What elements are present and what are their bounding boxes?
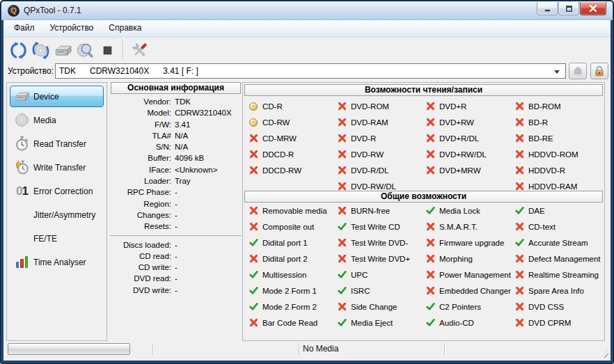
toolbar-scan-media-button[interactable]	[74, 40, 95, 61]
capability-label: Mode 2 Form 1	[262, 287, 317, 295]
capability-item: DVD-RAM	[337, 114, 425, 130]
rescan-media-icon	[31, 41, 50, 60]
capability-item: Test Write DVD-	[337, 235, 425, 251]
check-icon	[249, 270, 258, 280]
check-icon	[425, 302, 435, 312]
capability-item: Test Write DVD+	[337, 251, 425, 267]
info-row-label: Buffer:	[110, 152, 175, 164]
cross-icon	[425, 102, 435, 111]
toolbar-refresh-button[interactable]	[8, 40, 29, 61]
capability-label: Test Write DVD+	[351, 255, 410, 263]
app-icon-letter: Q	[10, 7, 17, 15]
cross-icon	[337, 166, 347, 175]
capability-label: Didital port 2	[262, 255, 308, 263]
capabilities-panel: Возможности чтения/записи CD-RCD-RWCD-MR…	[242, 82, 605, 341]
capability-item: DDCD-R	[249, 146, 337, 162]
capability-label: Embedded Changer	[439, 287, 511, 295]
sidebar-item-fe-te[interactable]: FE/TE	[10, 228, 104, 249]
capability-column: BURN-freeTest Write CDTest Write DVD-Tes…	[337, 203, 425, 331]
info-row-label: DVD read:	[110, 273, 175, 284]
capability-item: DVD+RW/DL	[425, 146, 514, 162]
capability-label: BD-ROM	[528, 102, 561, 111]
capability-label: Multisession	[262, 271, 306, 279]
capability-label: Spare Area Info	[528, 287, 584, 295]
info-row-value: CDRW321040X	[175, 107, 232, 118]
menu-item-help[interactable]: Справка	[101, 20, 149, 37]
capability-label: Morphing	[439, 255, 473, 263]
search-media-icon	[76, 41, 95, 60]
app-icon: Q	[8, 5, 19, 17]
sidebar-item-time-analyser[interactable]: Time Analyser	[10, 251, 104, 273]
capability-column: Removable mediaComposite outDidital port…	[249, 203, 337, 331]
capability-label: DVD+RW	[439, 118, 474, 127]
resize-grip[interactable]	[600, 349, 608, 358]
sidebar-item-device[interactable]: Device	[10, 86, 104, 107]
cross-icon	[425, 166, 435, 175]
info-row-label: Resets:	[110, 221, 175, 232]
sidebar-item-read-transfer[interactable]: Read Transfer	[10, 133, 104, 155]
info-row-label: Vendor:	[110, 96, 175, 107]
info-row-label: TLA#	[110, 130, 175, 141]
sidebar-item-label: Media	[33, 116, 56, 125]
title-bar[interactable]: Q QPxTool - 0.7.1	[1, 1, 613, 20]
window-controls	[537, 2, 606, 15]
refresh-icon	[9, 41, 28, 60]
toolbar-preferences-button[interactable]	[129, 40, 150, 61]
capability-label: DVD-RAM	[351, 118, 388, 127]
eject-icon	[571, 64, 585, 78]
close-button[interactable]	[580, 2, 606, 15]
info-rows: Vendor:TDKModel:CDRW321040XF/W:3.41TLA#N…	[110, 94, 242, 232]
maximize-button[interactable]	[558, 2, 579, 15]
menu-item-file[interactable]: Файл	[6, 20, 42, 37]
cross-icon	[514, 254, 524, 264]
cross-icon	[249, 166, 258, 175]
check-icon	[514, 206, 524, 216]
cross-icon	[249, 222, 258, 232]
cross-icon	[425, 118, 435, 127]
capability-label: CD-MRW	[262, 134, 297, 143]
capability-item: CD-RW	[249, 114, 337, 130]
cross-icon	[337, 302, 347, 312]
check-icon	[249, 302, 258, 312]
cross-icon	[249, 150, 258, 159]
capability-label: CD-R	[262, 102, 283, 111]
capability-label: HDDVD-ROM	[528, 150, 578, 159]
stopwatch-icon	[10, 136, 33, 152]
sidebar-item-write-transfer[interactable]: Write Transfer	[10, 157, 104, 178]
cross-icon	[249, 318, 258, 328]
lock-button[interactable]	[590, 63, 608, 79]
status-message: No Media	[303, 343, 338, 355]
general-capabilities-grid: Removable mediaComposite outDidital port…	[249, 203, 603, 331]
capability-item: Media Lock	[425, 203, 514, 219]
capability-item: HDDVD-ROM	[514, 146, 603, 162]
info-row-value: <Unknown>	[175, 164, 217, 175]
info-row: S/N:N/A	[110, 141, 242, 152]
cross-icon	[514, 318, 524, 328]
capability-label: BURN-free	[351, 207, 390, 215]
capability-item: Bar Code Read	[249, 315, 337, 331]
device-combobox[interactable]: TDK CDRW321040X 3.41 [ F: ]	[55, 63, 566, 79]
sidebar-item-error-correction[interactable]: 01Error Correction	[10, 180, 104, 202]
capability-column: DAECD-textAccurate StreamDefect Manageme…	[514, 203, 603, 331]
eject-button[interactable]	[569, 63, 587, 79]
menu-item-device[interactable]: Устройство	[42, 20, 102, 37]
check-icon	[337, 286, 347, 296]
check-icon	[337, 222, 347, 232]
capability-label: Firmware upgrade	[439, 239, 504, 247]
toolbar-drive-button[interactable]	[52, 40, 73, 61]
capability-label: Test Write CD	[351, 223, 400, 231]
stop-icon	[98, 41, 117, 60]
toolbar-stop-button[interactable]	[97, 40, 118, 61]
sidebar-item-jitter-asymmetry[interactable]: Jitter/Asymmetry	[10, 204, 104, 225]
minimize-button[interactable]	[537, 2, 558, 15]
toolbar-rescan-media-button[interactable]	[30, 40, 51, 61]
capability-item: Defect Management	[514, 251, 603, 267]
cross-icon	[337, 206, 347, 216]
app-window: Q QPxTool - 0.7.1 ФайлУстройствоСправка …	[0, 0, 614, 364]
sidebar-item-media[interactable]: Media	[10, 109, 104, 131]
check-icon	[425, 318, 435, 328]
cross-icon	[337, 238, 347, 248]
capability-item: HDDVD-R	[514, 162, 603, 178]
cross-icon	[425, 222, 435, 232]
info-row-label: RPC Phase:	[110, 187, 175, 198]
